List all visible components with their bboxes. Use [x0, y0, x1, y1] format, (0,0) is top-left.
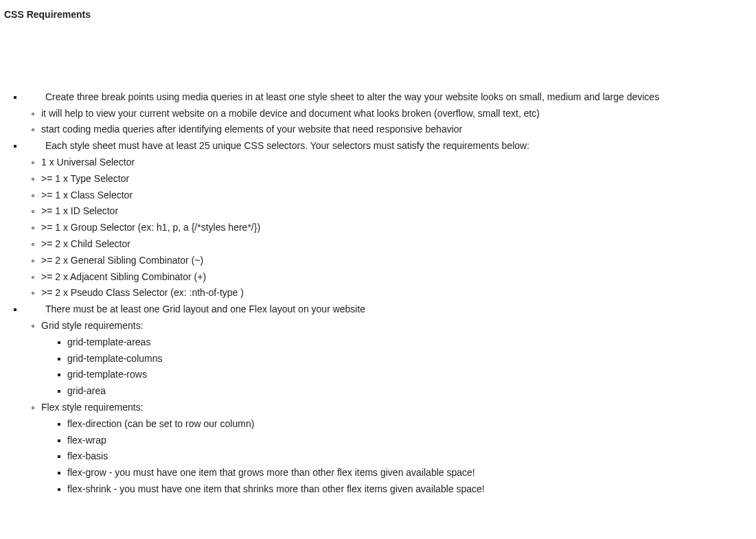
list-item: flex-wrap — [58, 433, 752, 449]
list-item-text: grid-template-areas — [67, 336, 150, 347]
list-item-text: 1 x Universal Selector — [41, 157, 135, 168]
list-item: it will help to view your current websit… — [32, 106, 752, 122]
list-item: flex-direction (can be set to row our co… — [58, 416, 752, 433]
list-item: 1 x Universal Selector — [32, 154, 752, 171]
list-item-text: flex-basis — [67, 450, 108, 461]
list-item: >= 2 x Adjacent Sibling Combinator (+) — [32, 269, 752, 286]
list-item: flex-grow - you must have one item that … — [58, 465, 752, 481]
list-item-text: >= 1 x Group Selector (ex: h1, p, a {/*s… — [41, 222, 260, 233]
list-item-text: grid-template-rows — [67, 369, 147, 380]
list-item: grid-template-areas — [58, 334, 752, 351]
list-item-text: There must be at least one Grid layout a… — [26, 301, 365, 318]
list-item: Create three break points using media qu… — [12, 89, 752, 138]
list-item-text: Each style sheet must have at least 25 u… — [26, 138, 529, 154]
list-item-text: flex-shrink - you must have one item tha… — [67, 483, 485, 494]
list-item: >= 1 x Class Selector — [32, 187, 752, 204]
list-item-text: grid-template-columns — [67, 353, 163, 364]
list-item-text: start coding media queries after identif… — [41, 124, 462, 135]
list-item: Grid style requirements: grid-template-a… — [32, 318, 752, 400]
section-heading: CSS Requirements — [4, 7, 752, 23]
list-item-text: flex-direction (can be set to row our co… — [67, 418, 254, 429]
list-item-text: >= 1 x Class Selector — [41, 190, 133, 200]
list-item-text: grid-area — [67, 385, 106, 396]
list-item: grid-template-rows — [58, 367, 752, 383]
list-item: >= 1 x ID Selector — [32, 203, 752, 220]
list-item: >= 2 x General Sibling Combinator (~) — [32, 253, 752, 269]
list-item-text: >= 1 x ID Selector — [41, 205, 118, 216]
list-item: There must be at least one Grid layout a… — [12, 301, 752, 498]
list-item: flex-shrink - you must have one item tha… — [58, 481, 752, 498]
list-item-text: Grid style requirements: — [41, 320, 144, 331]
list-item: >= 1 x Type Selector — [32, 171, 752, 187]
list-item-text: >= 2 x Adjacent Sibling Combinator (+) — [41, 271, 206, 282]
list-item: >= 2 x Pseudo Class Selector (ex: :nth-o… — [32, 285, 752, 301]
list-item-text: flex-wrap — [67, 435, 106, 446]
list-item-text: Flex style requirements: — [41, 402, 144, 413]
list-item-text: >= 2 x General Sibling Combinator (~) — [41, 255, 203, 266]
list-item: Each style sheet must have at least 25 u… — [12, 138, 752, 301]
list-item: grid-template-columns — [58, 351, 752, 367]
list-item-text: flex-grow - you must have one item that … — [67, 467, 475, 478]
list-item-text: it will help to view your current websit… — [41, 108, 540, 119]
sub-list: Grid style requirements: grid-template-a… — [26, 318, 752, 498]
list-item: Flex style requirements: flex-direction … — [32, 400, 752, 498]
list-item: flex-basis — [58, 448, 752, 465]
list-item: start coding media queries after identif… — [32, 122, 752, 138]
sub-list: it will help to view your current websit… — [26, 106, 752, 139]
requirements-list: Create three break points using media qu… — [4, 89, 752, 498]
list-item: grid-area — [58, 383, 752, 400]
sub-sub-list: grid-template-areas grid-template-column… — [41, 334, 752, 400]
sub-list: 1 x Universal Selector >= 1 x Type Selec… — [26, 154, 752, 301]
list-item: >= 1 x Group Selector (ex: h1, p, a {/*s… — [32, 220, 752, 236]
list-item-text: >= 2 x Child Selector — [41, 238, 130, 249]
list-item-text: >= 2 x Pseudo Class Selector (ex: :nth-o… — [41, 287, 244, 298]
list-item-text: Create three break points using media qu… — [26, 89, 659, 106]
list-item-text: >= 1 x Type Selector — [41, 173, 129, 184]
list-item: >= 2 x Child Selector — [32, 236, 752, 253]
sub-sub-list: flex-direction (can be set to row our co… — [41, 416, 752, 498]
